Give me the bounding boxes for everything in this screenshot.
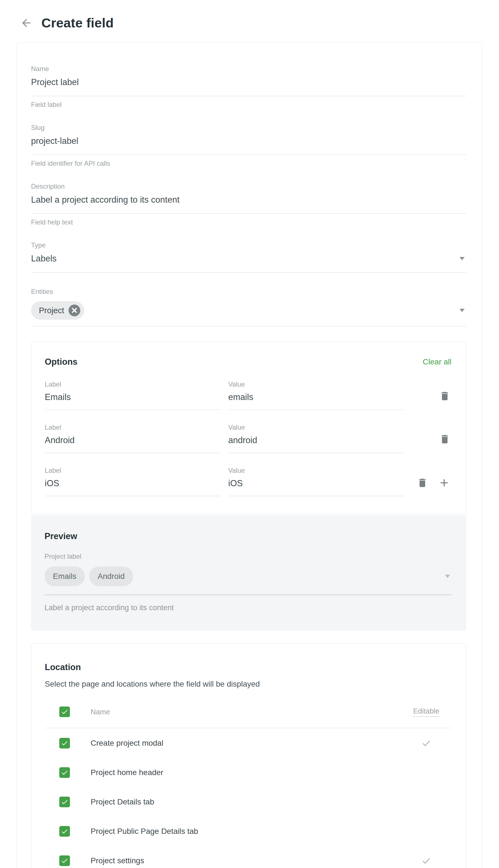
option-value-caption: Value xyxy=(228,467,404,474)
delete-option-button[interactable] xyxy=(439,391,450,402)
option-row: Label Emails Value emails xyxy=(45,380,451,410)
preview-select: Emails Android xyxy=(45,567,452,595)
option-label-cell: Label Android xyxy=(45,424,220,453)
entities-field: Entities Project xyxy=(31,288,466,326)
chevron-down-icon xyxy=(460,257,465,260)
option-label-cell: Label Emails xyxy=(45,380,220,410)
slug-input[interactable]: project-label xyxy=(31,136,466,155)
location-checkbox[interactable] xyxy=(59,767,70,778)
preview-section: Preview Project label Emails Android Lab… xyxy=(31,515,466,631)
option-value-cell: Value android xyxy=(228,424,404,453)
location-row: Project Public Page Details tab xyxy=(45,817,451,846)
back-button[interactable] xyxy=(20,16,33,30)
preview-chip: Emails xyxy=(45,567,85,586)
delete-option-button[interactable] xyxy=(439,433,450,445)
location-name: Project Public Page Details tab xyxy=(90,827,198,836)
option-label-input[interactable]: iOS xyxy=(45,478,220,496)
column-header-editable: Editable xyxy=(401,707,451,717)
preview-chip: Android xyxy=(89,567,133,586)
description-field-label: Description xyxy=(31,182,466,190)
name-field: Name Project label Field label xyxy=(31,65,466,109)
location-table-header: Name Editable xyxy=(45,706,451,717)
location-name: Project Details tab xyxy=(90,797,154,806)
location-table: Name Editable Create project modal xyxy=(45,706,451,868)
option-value-cell: Value emails xyxy=(228,380,404,410)
location-title: Location xyxy=(45,662,451,672)
option-value-input[interactable]: iOS xyxy=(228,478,404,496)
create-field-card: Name Project label Field label Slug proj… xyxy=(17,42,482,868)
entity-chip-project: Project xyxy=(31,301,84,320)
option-label-cell: Label iOS xyxy=(45,467,220,496)
option-value-caption: Value xyxy=(228,424,404,431)
slug-field-label: Slug xyxy=(31,124,466,132)
description-input[interactable]: Label a project according to its content xyxy=(31,195,466,214)
delete-option-button[interactable] xyxy=(417,477,428,488)
location-subtitle: Select the page and locations where the … xyxy=(45,680,451,689)
arrow-left-icon xyxy=(20,17,33,29)
option-label-caption: Label xyxy=(45,424,220,431)
check-icon xyxy=(61,769,69,776)
remove-entity-button[interactable] xyxy=(69,305,80,316)
location-row: Project home header xyxy=(45,758,451,787)
preview-title: Preview xyxy=(45,531,452,542)
location-name: Project home header xyxy=(90,768,163,777)
slug-field: Slug project-label Field identifier for … xyxy=(31,124,466,167)
option-value-cell: Value iOS xyxy=(228,467,404,496)
option-label-input[interactable]: Android xyxy=(45,435,220,453)
location-checkbox[interactable] xyxy=(59,826,70,837)
name-input[interactable]: Project label xyxy=(31,77,466,96)
location-row: Create project modal xyxy=(45,728,451,758)
location-row: Project settings xyxy=(45,846,451,868)
option-row: Label Android Value android xyxy=(45,424,451,453)
options-section: Options Clear all Label Emails Value ema… xyxy=(31,342,466,514)
option-label-caption: Label xyxy=(45,380,220,388)
column-header-name: Name xyxy=(90,708,110,716)
editable-check-icon xyxy=(421,856,431,866)
description-field: Description Label a project according to… xyxy=(31,182,466,226)
page-title: Create field xyxy=(41,15,113,31)
entities-field-label: Entities xyxy=(31,288,466,296)
trash-icon xyxy=(439,433,450,445)
option-value-input[interactable]: emails xyxy=(228,392,404,410)
option-row: Label iOS Value iOS xyxy=(45,467,451,496)
select-all-checkbox[interactable] xyxy=(59,706,70,717)
check-icon xyxy=(61,708,69,716)
location-name: Create project modal xyxy=(90,739,163,748)
type-select-value: Labels xyxy=(31,253,57,264)
clear-all-link[interactable]: Clear all xyxy=(423,357,451,366)
page-header: Create field xyxy=(0,0,499,31)
editable-cell xyxy=(401,856,451,866)
option-label-input[interactable]: Emails xyxy=(45,392,220,410)
option-value-caption: Value xyxy=(228,380,404,388)
location-checkbox[interactable] xyxy=(59,855,70,866)
preview-helper: Label a project according to its content xyxy=(45,604,452,612)
check-icon xyxy=(61,828,69,835)
description-field-helper: Field help text xyxy=(31,218,466,226)
editable-cell xyxy=(401,738,451,748)
close-icon xyxy=(69,305,80,316)
check-icon xyxy=(61,798,69,806)
type-select[interactable]: Labels xyxy=(31,253,466,273)
trash-icon xyxy=(417,477,428,488)
entities-select[interactable]: Project xyxy=(31,301,466,326)
location-checkbox[interactable] xyxy=(59,738,70,748)
slug-field-helper: Field identifier for API calls xyxy=(31,159,466,167)
column-header-editable-label: Editable xyxy=(413,707,439,717)
check-icon xyxy=(61,857,69,865)
editable-check-icon xyxy=(421,738,431,748)
chevron-down-icon xyxy=(445,575,450,578)
option-label-caption: Label xyxy=(45,467,220,474)
preview-field-label: Project label xyxy=(45,552,452,560)
trash-icon xyxy=(439,391,450,402)
option-value-input[interactable]: android xyxy=(228,435,404,453)
location-checkbox[interactable] xyxy=(59,797,70,807)
check-icon xyxy=(61,739,69,747)
location-name: Project settings xyxy=(90,856,144,865)
type-field: Type Labels xyxy=(31,241,466,273)
plus-icon xyxy=(438,477,450,489)
add-option-button[interactable] xyxy=(438,477,450,489)
location-section: Location Select the page and locations w… xyxy=(31,643,466,868)
type-field-label: Type xyxy=(31,241,466,249)
name-field-helper: Field label xyxy=(31,101,466,109)
entity-chip-label: Project xyxy=(39,306,64,315)
